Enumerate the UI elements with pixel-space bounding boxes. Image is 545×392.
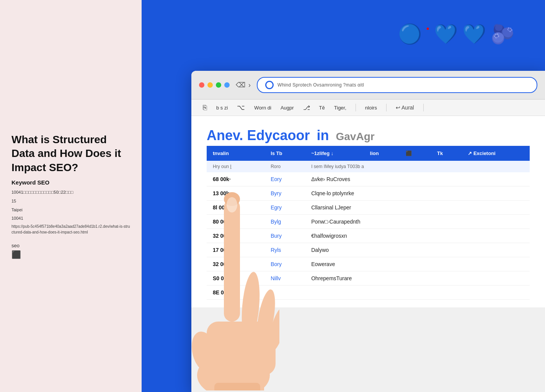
- forward-icon[interactable]: ›: [248, 81, 251, 89]
- table-cell-type: Egry: [264, 201, 305, 215]
- sidebar-url: https://pub-5c454f571b8e40a3a2aad27ade84…: [11, 224, 130, 235]
- col-header-5: ⬛: [400, 146, 431, 161]
- table-header-row: tnvalin ls Tb ~1zlifeg ↓ lion ⬛ Tk ↗ Exc…: [207, 146, 530, 161]
- table-row: 8E 00k·: [207, 286, 530, 300]
- table-cell-type: Eory: [264, 172, 305, 186]
- browser-window: ⌫ › Whind Sprotech Ovsamroning ?mats αit…: [191, 71, 545, 392]
- col-header-6: Tk: [431, 146, 462, 161]
- col-header-4: lion: [364, 146, 400, 161]
- toolbar-back-icon[interactable]: ↩ Aural: [396, 105, 414, 111]
- meta-postal: 10041: [11, 215, 130, 222]
- table-cell-name: OhrepemsTurare: [305, 271, 530, 286]
- table-row: 80 00k·BylgPonw□·Caurapednth: [207, 215, 530, 229]
- traffic-lights: [199, 82, 230, 88]
- table-row: 8l 00k·EgryCllarsinal LJeper: [207, 201, 530, 215]
- sidebar-tag: seo: [11, 243, 130, 248]
- page-title: What is Structured Data and How Does it …: [11, 133, 130, 175]
- browser-content: Anev. Edycaoor in GavAgr tnvalin ls Tb ~…: [191, 116, 545, 307]
- table-cell-name: €halfowigrosxn: [305, 229, 530, 243]
- table-cell-volume: 8l 00k·: [207, 201, 264, 215]
- toolbar-item-augpr[interactable]: Augpr: [281, 105, 294, 111]
- meta-city: Taipei: [11, 206, 130, 214]
- table-row: 13 00k→ByryClqne·lo ptolynrke: [207, 186, 530, 201]
- table-cell-type: Bylg: [264, 215, 305, 229]
- heading-part3: in: [317, 127, 329, 143]
- top-icons: 🔵 ● 💙 💙 🫐: [398, 23, 514, 45]
- table-cell-volume: 8E 00k·: [207, 286, 264, 300]
- meta-line2: 15: [11, 198, 130, 205]
- table-cell-type: Byry: [264, 186, 305, 201]
- close-button[interactable]: [199, 82, 204, 88]
- toolbar-item-1[interactable]: b s zi: [216, 105, 228, 111]
- table-cell-volume: 13 00k→: [207, 186, 264, 201]
- toolbar-item-tiger[interactable]: Tiger,: [334, 105, 346, 111]
- table-row: 17 004·RylsDalywo: [207, 243, 530, 257]
- address-bar[interactable]: Whind Sprotech Ovsamroning ?mats αitl: [257, 77, 537, 93]
- toolbar-divider-1: [356, 104, 356, 111]
- table-cell-name: Ponw□·Caurapednth: [305, 215, 530, 229]
- table-sub-header-row: Hry oun I Roro I sem IMey iudya T003b a: [207, 161, 530, 172]
- toolbar-divider-3: [423, 104, 424, 111]
- toolbar-divider-2: [386, 104, 387, 111]
- table-cell-volume: 68 00k·: [207, 172, 264, 186]
- table-cell-volume: 32 00k·: [207, 257, 264, 271]
- table-cell-name: Dalywo: [305, 243, 530, 257]
- meta-line1: 10041□□□□□□□□□□□□50□22□□□: [11, 189, 130, 196]
- sub-header-label: Hry oun I: [207, 161, 264, 172]
- table-cell-volume: 17 004·: [207, 243, 264, 257]
- browser-toolbar: ⎘ b s zi ⌥ Worn di Augpr ⎇ Tē Tiger, nlo…: [191, 100, 545, 116]
- sub-header-roro: Roro: [264, 161, 305, 172]
- sidebar: What is Structured Data and How Does it …: [0, 0, 142, 392]
- toolbar-item-worm[interactable]: Worn di: [254, 105, 271, 111]
- data-table: tnvalin ls Tb ~1zlifeg ↓ lion ⬛ Tk ↗ Exc…: [207, 146, 530, 300]
- toolbar-item-nloirs[interactable]: nloirs: [365, 105, 377, 111]
- address-text: Whind Sprotech Ovsamroning ?mats αitl: [277, 82, 364, 88]
- browser-icon-2: 💙: [434, 23, 458, 45]
- table-cell-type: [264, 286, 305, 300]
- table-cell-type: Bury: [264, 229, 305, 243]
- browser-icon-4: 🫐: [491, 23, 514, 45]
- col-header-2: ls Tb: [264, 146, 305, 161]
- main-area: 🔵 ● 💙 💙 🫐 ⌫ › Whind Sprotech Ovsamroning…: [142, 0, 545, 392]
- heading-part2: Edycaoor: [247, 127, 310, 143]
- table-cell-type: Ryls: [264, 243, 305, 257]
- maximize-button[interactable]: [216, 82, 221, 88]
- tag-icon: ⬛: [11, 250, 130, 259]
- table-cell-name: Δvke› RuCroves: [305, 172, 530, 186]
- table-cell-name: Eowerave: [305, 257, 530, 271]
- col-header-3: ~1zlifeg ↓: [305, 146, 364, 161]
- table-cell-volume: 32 00k·: [207, 229, 264, 243]
- extra-button[interactable]: [224, 82, 230, 88]
- toolbar-share-icon[interactable]: ⌥: [237, 103, 245, 112]
- table-cell-name: [305, 286, 530, 300]
- table-cell-volume: 80 00k·: [207, 215, 264, 229]
- browser-icon-1: 🔵: [398, 23, 422, 45]
- table-cell-volume: S0 00k·: [207, 271, 264, 286]
- back-icon[interactable]: ⌫: [236, 81, 245, 89]
- content-heading: Anev. Edycaoor in GavAgr: [207, 127, 375, 143]
- table-cell-name: Cllarsinal LJeper: [305, 201, 530, 215]
- toolbar-item-te[interactable]: Tē: [319, 105, 325, 111]
- browser-icon-3: 💙: [462, 23, 486, 45]
- table-body: 68 00k·EoryΔvke› RuCroves13 00k→ByryClqn…: [207, 172, 530, 300]
- red-dot: ●: [426, 25, 429, 31]
- sub-header-sem: I sem IMey iudya T003b a: [305, 161, 530, 172]
- table-row: 32 00k·Bury€halfowigrosxn: [207, 229, 530, 243]
- content-subheading: GavAgr: [336, 131, 374, 142]
- heading-part1: Anev.: [207, 127, 243, 143]
- table-cell-name: Clqne·lo ptolynrke: [305, 186, 530, 201]
- browser-nav: ⌫ ›: [236, 81, 251, 89]
- table-cell-type: Nillv: [264, 271, 305, 286]
- browser-circle-icon: [265, 81, 274, 89]
- toolbar-fork-icon: ⎇: [303, 104, 310, 111]
- table-row: S0 00k·NillvOhrepemsTurare: [207, 271, 530, 286]
- table-cell-type: Bory: [264, 257, 305, 271]
- col-header-1: tnvalin: [207, 146, 264, 161]
- browser-chrome: ⌫ › Whind Sprotech Ovsamroning ?mats αit…: [191, 71, 545, 100]
- content-heading-row: Anev. Edycaoor in GavAgr: [207, 127, 530, 144]
- col-header-7: ↗ Excietoni: [462, 146, 530, 161]
- minimize-button[interactable]: [207, 82, 213, 88]
- table-row: 32 00k·BoryEowerave: [207, 257, 530, 271]
- keyword-label: Keyword SEO: [11, 179, 130, 186]
- toolbar-app-icon[interactable]: ⎘: [203, 104, 207, 112]
